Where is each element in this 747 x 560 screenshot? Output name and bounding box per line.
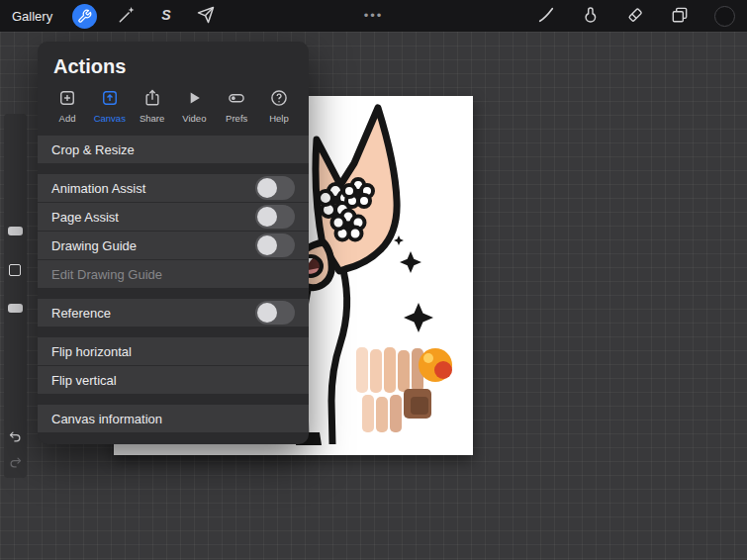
svg-text:S: S bbox=[161, 6, 171, 22]
redo-icon[interactable] bbox=[7, 454, 24, 471]
actions-panel: Actions Add Canvas bbox=[38, 42, 309, 444]
adjustments-button[interactable] bbox=[117, 5, 137, 28]
tab-label: Canvas bbox=[94, 113, 126, 124]
brush-icon bbox=[536, 5, 556, 28]
brush-size-slider[interactable] bbox=[8, 227, 23, 235]
row-label: Page Assist bbox=[51, 210, 119, 225]
layers-button[interactable] bbox=[670, 5, 690, 28]
brush-sidebar bbox=[4, 114, 27, 478]
tab-video[interactable]: Video bbox=[173, 88, 215, 124]
top-toolbar: Gallery S ••• bbox=[0, 0, 747, 32]
share-icon bbox=[142, 88, 162, 110]
transform-button[interactable] bbox=[196, 5, 216, 28]
row-label: Animation Assist bbox=[51, 181, 145, 196]
reference-toggle[interactable] bbox=[255, 301, 295, 325]
procreate-app: Gallery S ••• bbox=[0, 0, 747, 560]
selection-button[interactable]: S bbox=[156, 5, 176, 28]
drawing-guide-toggle[interactable] bbox=[255, 233, 295, 257]
panel-title: Actions bbox=[53, 55, 293, 78]
tab-help[interactable]: Help bbox=[258, 88, 300, 124]
panel-group-info: Canvas information bbox=[38, 405, 309, 432]
row-label: Flip horizontal bbox=[51, 344, 132, 359]
row-edit-drawing-guide: Edit Drawing Guide bbox=[38, 259, 309, 288]
toolbar-right-group bbox=[536, 5, 735, 28]
row-drawing-guide[interactable]: Drawing Guide bbox=[38, 231, 309, 259]
page-assist-toggle[interactable] bbox=[255, 205, 295, 229]
tab-share[interactable]: Share bbox=[132, 88, 173, 124]
row-label: Canvas information bbox=[51, 412, 162, 426]
gallery-button[interactable]: Gallery bbox=[12, 9, 52, 24]
tab-label: Video bbox=[182, 113, 206, 124]
add-icon bbox=[57, 88, 77, 110]
row-flip-horizontal[interactable]: Flip horizontal bbox=[38, 337, 309, 365]
actions-wrench-button[interactable] bbox=[72, 4, 97, 29]
row-animation-assist[interactable]: Animation Assist bbox=[38, 174, 309, 202]
row-label: Flip vertical bbox=[51, 373, 117, 388]
layers-icon bbox=[670, 5, 690, 28]
row-reference[interactable]: Reference bbox=[38, 299, 309, 327]
modify-button[interactable] bbox=[9, 264, 21, 276]
row-label: Drawing Guide bbox=[51, 238, 137, 253]
brush-button[interactable] bbox=[536, 5, 556, 28]
panel-tabs: Add Canvas Share bbox=[38, 88, 309, 124]
toggle-icon bbox=[227, 88, 246, 110]
panel-group-reference: Reference bbox=[38, 299, 309, 327]
panel-group-flip: Flip horizontal Flip vertical bbox=[38, 337, 309, 394]
tab-prefs[interactable]: Prefs bbox=[216, 88, 257, 124]
canvas-options-dots[interactable]: ••• bbox=[364, 8, 384, 23]
tab-label: Prefs bbox=[226, 113, 247, 124]
smudge-finger-icon bbox=[581, 5, 601, 28]
row-canvas-information[interactable]: Canvas information bbox=[38, 405, 309, 432]
tab-add[interactable]: Add bbox=[47, 88, 88, 124]
panel-group-crop: Crop & Resize bbox=[38, 136, 309, 163]
animation-assist-toggle[interactable] bbox=[255, 176, 295, 200]
canvas-icon bbox=[100, 88, 120, 110]
color-swatch-icon bbox=[714, 6, 735, 27]
row-page-assist[interactable]: Page Assist bbox=[38, 202, 309, 231]
undo-icon[interactable] bbox=[7, 428, 24, 445]
row-crop-resize[interactable]: Crop & Resize bbox=[38, 136, 309, 163]
row-label: Reference bbox=[51, 306, 111, 321]
tab-label: Add bbox=[59, 113, 76, 124]
question-icon bbox=[269, 88, 289, 110]
workspace-background: Actions Add Canvas bbox=[0, 32, 747, 560]
play-icon bbox=[184, 88, 204, 110]
wrench-icon bbox=[72, 4, 97, 29]
toolbar-left-group: Gallery S bbox=[12, 4, 216, 29]
selection-s-icon: S bbox=[156, 5, 176, 28]
tab-canvas[interactable]: Canvas bbox=[89, 88, 131, 124]
tab-label: Share bbox=[140, 113, 164, 124]
transform-arrow-icon bbox=[196, 5, 216, 28]
active-color-button[interactable] bbox=[714, 6, 735, 27]
panel-group-assists: Animation Assist Page Assist Drawing Gui… bbox=[38, 174, 309, 288]
row-label: Edit Drawing Guide bbox=[51, 267, 162, 282]
row-flip-vertical[interactable]: Flip vertical bbox=[38, 365, 309, 394]
magic-wand-icon bbox=[117, 5, 137, 28]
row-label: Crop & Resize bbox=[51, 142, 135, 157]
brush-opacity-slider[interactable] bbox=[8, 304, 23, 313]
eraser-icon bbox=[625, 5, 645, 28]
tab-label: Help bbox=[269, 113, 289, 124]
smudge-button[interactable] bbox=[581, 5, 601, 28]
eraser-button[interactable] bbox=[625, 5, 645, 28]
